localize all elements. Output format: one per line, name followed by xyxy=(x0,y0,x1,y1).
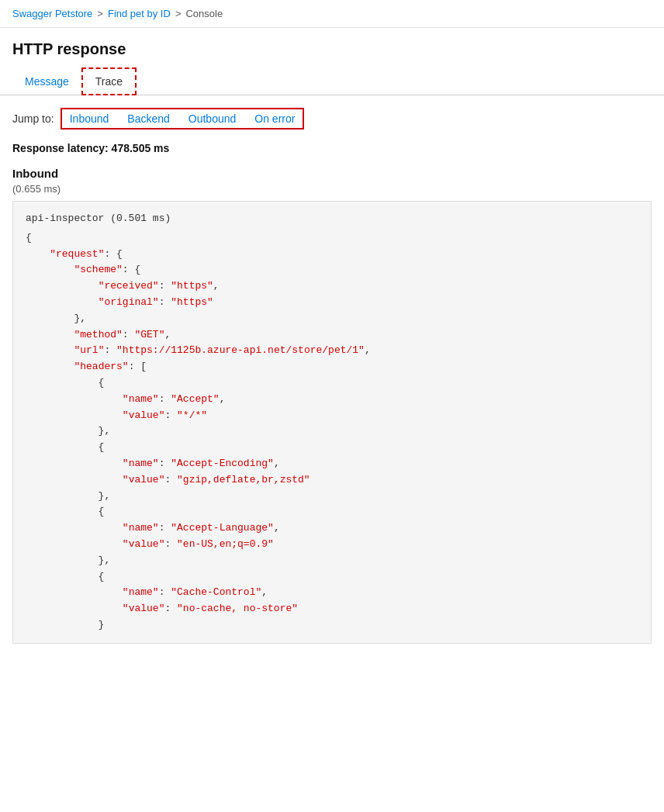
code-line-15: "value": "gzip,deflate,br,zstd" xyxy=(26,472,638,489)
breadcrumb-sep-1: > xyxy=(97,8,103,19)
response-latency: Response latency: 478.505 ms xyxy=(12,142,652,154)
code-line-19: "value": "en-US,en;q=0.9" xyxy=(26,537,638,553)
code-line-5: }, xyxy=(26,311,638,327)
code-line-23: "value": "no-cache, no-store" xyxy=(26,601,638,617)
code-line-10: "name": "Accept", xyxy=(26,392,638,408)
code-line-0: { xyxy=(26,230,638,247)
code-block: api-inspector (0.501 ms) { "request": { … xyxy=(12,201,652,644)
jump-to-on-error[interactable]: On error xyxy=(251,111,298,126)
code-line-11: "value": "*/*" xyxy=(26,408,638,424)
jump-to-backend[interactable]: Backend xyxy=(124,111,172,126)
code-line-9: { xyxy=(26,375,638,392)
code-line-24: } xyxy=(26,617,638,634)
code-line-14: "name": "Accept-Encoding", xyxy=(26,456,638,472)
tab-bar: Message Trace xyxy=(0,67,664,95)
code-block-header: api-inspector (0.501 ms) xyxy=(26,211,638,227)
code-line-20: }, xyxy=(26,553,638,569)
jump-to-label: Jump to: xyxy=(12,112,54,125)
code-line-16: }, xyxy=(26,489,638,505)
code-line-22: "name": "Cache-Control", xyxy=(26,585,638,601)
breadcrumb-swagger-petstore[interactable]: Swagger Petstore xyxy=(12,8,92,19)
breadcrumb-console: Console xyxy=(185,8,223,19)
page-title: HTTP response xyxy=(0,28,664,67)
code-line-1: "request": { xyxy=(26,247,638,263)
section-title-inbound: Inbound xyxy=(12,167,652,180)
code-line-6: "method": "GET", xyxy=(26,327,638,344)
code-line-13: { xyxy=(26,440,638,456)
tab-trace[interactable]: Trace xyxy=(81,67,137,95)
breadcrumb-sep-2: > xyxy=(175,8,182,19)
breadcrumb: Swagger Petstore > Find pet by ID > Cons… xyxy=(0,0,664,28)
code-line-8: "headers": [ xyxy=(26,359,638,375)
code-line-3: "received": "https", xyxy=(26,278,638,295)
breadcrumb-find-pet[interactable]: Find pet by ID xyxy=(108,8,171,19)
section-timing-inbound: (0.655 ms) xyxy=(12,183,652,195)
code-line-7: "url": "https://1125b.azure-api.net/stor… xyxy=(26,343,638,359)
jump-to-outbound[interactable]: Outbound xyxy=(185,111,240,126)
jump-to-links-container: Inbound Backend Outbound On error xyxy=(61,108,305,130)
code-line-21: { xyxy=(26,569,638,586)
code-line-12: }, xyxy=(26,423,638,440)
trace-content: Jump to: Inbound Backend Outbound On err… xyxy=(0,95,664,656)
code-line-4: "original": "https" xyxy=(26,295,638,311)
code-line-18: "name": "Accept-Language", xyxy=(26,520,638,537)
jump-to-bar: Jump to: Inbound Backend Outbound On err… xyxy=(12,108,652,130)
jump-to-inbound[interactable]: Inbound xyxy=(67,111,112,126)
code-line-2: "scheme": { xyxy=(26,262,638,278)
code-line-17: { xyxy=(26,504,638,520)
tab-message[interactable]: Message xyxy=(12,67,81,95)
